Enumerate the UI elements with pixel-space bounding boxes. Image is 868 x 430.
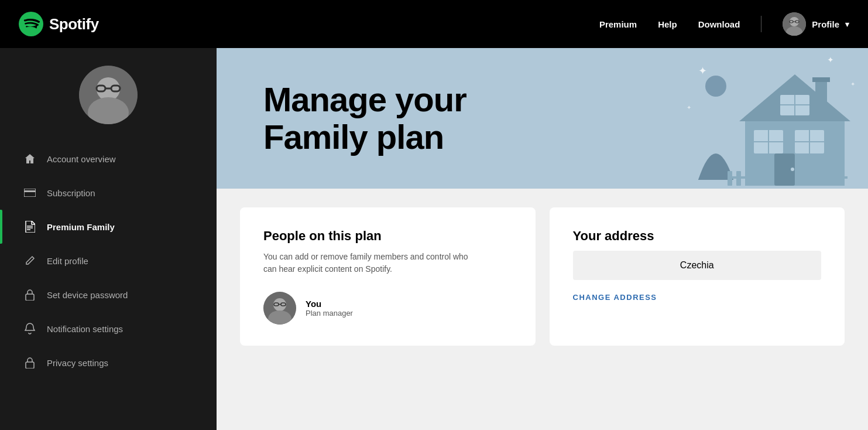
lock2-icon <box>23 356 36 369</box>
hero-title: Manage your Family plan <box>263 81 466 156</box>
main-layout: Account overview Subscription <box>0 48 868 430</box>
bell-icon <box>23 322 36 335</box>
hero-title-line1: Manage your <box>263 81 466 118</box>
hero-illustration: ✦ ✦ ✦ ✦ <box>646 48 868 189</box>
sidebar-item-label: Premium Family <box>47 222 115 232</box>
svg-point-36 <box>791 168 794 171</box>
sidebar-item-privacy-settings[interactable]: Privacy settings <box>0 346 217 380</box>
subscription-icon <box>23 186 36 199</box>
help-link[interactable]: Help <box>658 19 677 29</box>
logo-area[interactable]: Spotify <box>19 12 99 36</box>
download-link[interactable]: Download <box>698 19 740 29</box>
people-on-plan-card: People on this plan You can add or remov… <box>240 207 536 346</box>
profile-label: Profile <box>812 19 839 29</box>
spotify-wordmark: Spotify <box>49 15 99 33</box>
top-navigation: Spotify Premium Help Download Profile ▾ <box>0 0 868 48</box>
svg-point-24 <box>705 76 726 97</box>
sidebar-item-edit-profile[interactable]: Edit profile <box>0 244 217 278</box>
edit-icon <box>23 254 36 267</box>
sidebar-item-label: Notification settings <box>47 324 123 334</box>
member-info: You Plan manager <box>306 299 353 318</box>
spotify-logo-icon <box>19 12 43 36</box>
lock-icon <box>23 288 36 301</box>
address-field: Czechia <box>573 251 822 280</box>
chevron-down-icon: ▾ <box>845 20 849 29</box>
sidebar-item-account-overview[interactable]: Account overview <box>0 142 217 176</box>
people-card-subtitle: You can add or remove family members and… <box>263 251 474 275</box>
profile-menu[interactable]: Profile ▾ <box>783 12 849 36</box>
member-name: You <box>306 299 353 309</box>
svg-text:✦: ✦ <box>687 104 691 111</box>
svg-text:✦: ✦ <box>827 55 834 64</box>
hero-text: Manage your Family plan <box>263 81 466 156</box>
sidebar-item-notification-settings[interactable]: Notification settings <box>0 312 217 346</box>
hero-title-line2: Family plan <box>263 118 466 156</box>
svg-rect-27 <box>815 80 827 110</box>
house-illustration-icon: ✦ ✦ ✦ ✦ <box>681 51 868 186</box>
premium-link[interactable]: Premium <box>599 19 637 29</box>
cards-section: People on this plan You can add or remov… <box>217 189 868 364</box>
svg-rect-14 <box>24 190 36 192</box>
sidebar-item-set-device-password[interactable]: Set device password <box>0 278 217 312</box>
sidebar-item-label: Privacy settings <box>47 358 108 368</box>
member-avatar <box>263 292 296 325</box>
document-icon <box>23 220 36 233</box>
sidebar-item-premium-family[interactable]: Premium Family <box>0 210 217 244</box>
svg-text:✦: ✦ <box>698 65 707 77</box>
change-address-button[interactable]: CHANGE ADDRESS <box>573 293 657 302</box>
sidebar-item-label: Edit profile <box>47 256 88 266</box>
plan-member-item: You Plan manager <box>263 292 512 325</box>
sidebar-item-label: Subscription <box>47 188 95 198</box>
nav-links: Premium Help Download Profile ▾ <box>599 12 849 36</box>
address-card-title: Your address <box>573 228 822 244</box>
svg-point-0 <box>19 12 43 36</box>
hero-banner: Manage your Family plan ✦ ✦ ✦ ✦ <box>217 48 868 189</box>
svg-text:✦: ✦ <box>850 81 855 87</box>
member-role: Plan manager <box>306 309 353 318</box>
nav-divider <box>761 16 761 32</box>
main-content: Manage your Family plan ✦ ✦ ✦ ✦ <box>217 48 868 430</box>
people-card-title: People on this plan <box>263 228 512 244</box>
your-address-card: Your address Czechia CHANGE ADDRESS <box>550 207 845 346</box>
svg-rect-18 <box>26 294 34 301</box>
sidebar: Account overview Subscription <box>0 48 217 430</box>
sidebar-user-avatar <box>79 66 138 124</box>
sidebar-item-label: Set device password <box>47 290 128 300</box>
svg-rect-28 <box>812 77 830 82</box>
home-icon <box>23 152 36 165</box>
sidebar-navigation: Account overview Subscription <box>0 142 217 380</box>
sidebar-item-label: Account overview <box>47 154 116 164</box>
avatar <box>783 12 806 36</box>
svg-rect-13 <box>24 189 36 197</box>
svg-rect-19 <box>26 362 34 368</box>
sidebar-item-subscription[interactable]: Subscription <box>0 176 217 210</box>
